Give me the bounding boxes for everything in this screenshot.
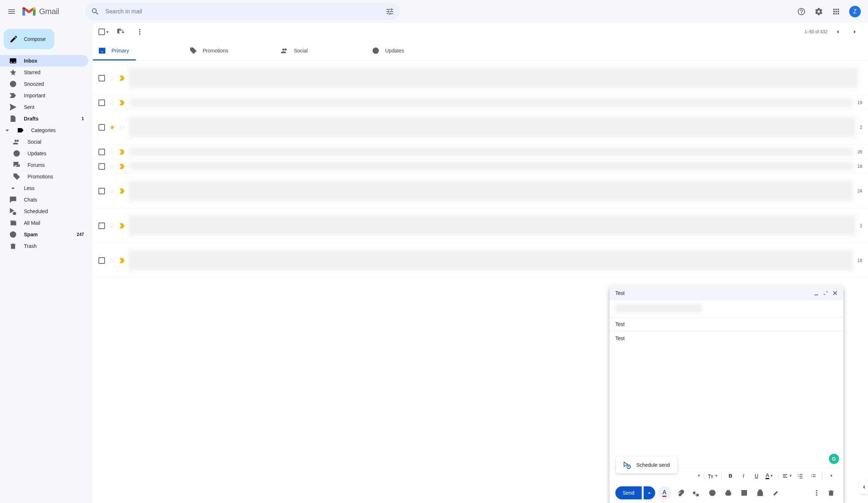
trash-icon [827, 489, 835, 496]
minimize-icon[interactable] [814, 291, 819, 296]
nav-spam[interactable]: Spam 247 [0, 229, 88, 240]
nav-sent[interactable]: Sent [0, 101, 88, 113]
apps-button[interactable] [829, 4, 843, 19]
more-options-button[interactable] [810, 486, 823, 499]
mail-row[interactable]: ☆ [93, 61, 868, 96]
important-marker-icon [119, 125, 125, 130]
nav-inbox[interactable]: Inbox [0, 55, 88, 67]
hamburger-icon [7, 7, 16, 16]
svg-point-1 [15, 175, 16, 176]
nav-cat-promotions[interactable]: Promotions [0, 171, 88, 182]
discard-button[interactable] [825, 486, 838, 499]
bold-button[interactable]: B [725, 470, 736, 482]
formatting-toggle-button[interactable]: A [658, 486, 671, 499]
important-marker-icon [119, 164, 125, 169]
mail-row[interactable]: ☆24 [93, 174, 868, 208]
nav-less[interactable]: Less [0, 182, 88, 194]
search-input[interactable] [102, 8, 383, 15]
settings-button[interactable] [812, 4, 826, 19]
italic-button[interactable]: I [738, 470, 749, 482]
tab-primary[interactable]: Primary [93, 41, 184, 60]
more-button[interactable] [132, 25, 147, 39]
font-dropdown[interactable]: ▼ [697, 474, 701, 478]
ol-icon [797, 473, 803, 479]
link-button[interactable] [690, 486, 703, 499]
important-icon [9, 92, 17, 99]
compose-to-field[interactable] [610, 300, 843, 318]
nav-cat-forums[interactable]: Forums [0, 159, 88, 171]
mail-row[interactable]: ☆18 [93, 159, 868, 174]
send-button[interactable]: Send [615, 486, 642, 499]
refresh-button[interactable] [114, 25, 128, 39]
chevron-up-icon [9, 185, 17, 192]
category-tabs: Primary Promotions Social Updates [93, 41, 868, 61]
gmail-logo[interactable]: Gmail [22, 6, 59, 17]
older-button[interactable] [848, 25, 862, 39]
compose-button[interactable]: Compose [4, 29, 54, 49]
emoji-button[interactable] [706, 486, 719, 499]
forum-icon [13, 161, 20, 169]
text-size-icon [707, 473, 714, 479]
align-button[interactable]: ▼ [781, 470, 793, 482]
numbered-list-button[interactable] [795, 470, 806, 482]
important-marker-icon [119, 100, 125, 105]
select-all-checkbox[interactable]: ▼ [98, 29, 109, 35]
align-icon [782, 473, 788, 479]
emoji-icon [709, 489, 716, 496]
nav-all-mail[interactable]: All Mail [0, 217, 88, 229]
mail-row[interactable]: ☆26 [93, 145, 868, 159]
nav-cat-updates[interactable]: Updates [0, 148, 88, 159]
account-avatar[interactable]: Z [849, 6, 861, 17]
nav-trash[interactable]: Trash [0, 240, 88, 252]
tab-updates[interactable]: Updates [366, 41, 458, 60]
mail-row[interactable]: ☆19 [93, 96, 868, 110]
nav-important[interactable]: Important [0, 90, 88, 101]
important-marker-icon [119, 223, 125, 228]
lock-clock-icon [757, 489, 764, 496]
fullscreen-icon[interactable] [823, 291, 828, 296]
search-options-button[interactable] [383, 4, 397, 19]
drive-button[interactable] [722, 486, 735, 499]
tune-icon [385, 7, 394, 16]
chat-icon [9, 196, 17, 203]
nav-starred[interactable]: Starred [0, 67, 88, 78]
compose-footer: Send A [610, 483, 843, 503]
compose-subject-field[interactable]: Test [610, 318, 843, 331]
send-options-button[interactable] [644, 486, 655, 499]
nav-scheduled[interactable]: Scheduled [0, 206, 88, 217]
mail-row[interactable]: ☆2 [93, 208, 868, 243]
nav-drafts[interactable]: Drafts 1 [0, 113, 88, 124]
clock-icon [9, 80, 17, 88]
underline-button[interactable]: U [751, 470, 762, 482]
star-icon [9, 69, 17, 76]
attach-button[interactable] [674, 486, 687, 499]
image-button[interactable] [738, 486, 751, 499]
bulleted-list-button[interactable] [808, 470, 819, 482]
mail-row[interactable]: ☆18 [93, 243, 868, 278]
search-button[interactable] [88, 4, 102, 19]
nav-categories[interactable]: Categories [0, 124, 88, 136]
help-icon [797, 7, 806, 16]
nav-snoozed[interactable]: Snoozed [0, 78, 88, 90]
newer-button[interactable] [830, 25, 845, 39]
text-color-button[interactable]: A▼ [764, 470, 775, 482]
compose-body[interactable]: Test G [610, 331, 843, 468]
side-panel-toggle[interactable] [859, 480, 868, 494]
main-menu-button[interactable] [3, 3, 20, 20]
tab-social[interactable]: Social [275, 41, 366, 60]
signature-button[interactable] [770, 486, 783, 499]
grammarly-badge[interactable]: G [829, 454, 839, 464]
mail-row[interactable]: ★2 [93, 110, 868, 145]
nav-chats[interactable]: Chats [0, 194, 88, 206]
nav-cat-social[interactable]: Social [0, 136, 88, 148]
support-button[interactable] [794, 4, 809, 19]
svg-point-7 [713, 492, 714, 493]
compose-header[interactable]: Test [610, 286, 843, 300]
more-format-button[interactable]: ▼ [825, 470, 837, 482]
close-icon[interactable] [833, 291, 838, 296]
more-vert-icon [813, 489, 820, 496]
tag-icon [13, 173, 20, 180]
confidential-button[interactable] [754, 486, 767, 499]
tab-promotions[interactable]: Promotions [184, 41, 275, 60]
font-size-button[interactable]: ▼ [707, 470, 719, 482]
